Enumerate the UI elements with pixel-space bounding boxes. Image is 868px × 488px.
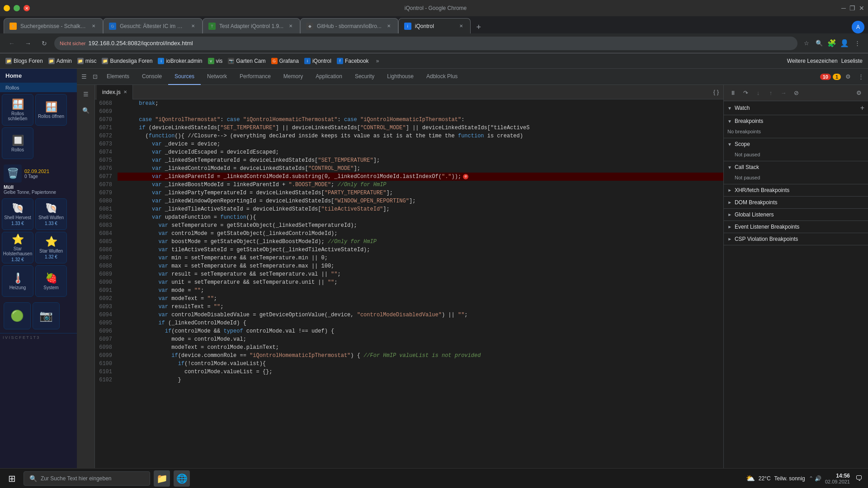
devtools-more-button[interactable]: ⋮ (855, 71, 866, 82)
sidebar-toggle-button[interactable]: ☰ (79, 71, 90, 82)
tab-security[interactable]: Security (349, 69, 381, 85)
browser-tab-1[interactable]: 5 Suchergebnisse - Schalke... ✕ (4, 18, 103, 33)
tab-elements[interactable]: Elements (100, 69, 136, 85)
pause-button[interactable]: ⏸ (727, 88, 738, 99)
step-out-button[interactable]: ↑ (765, 88, 776, 99)
line-number[interactable]: 6086 (95, 246, 118, 254)
line-number[interactable]: 6090 (95, 278, 118, 286)
bookmark-icon[interactable]: ☆ (801, 38, 812, 49)
devtools-settings-button[interactable]: ⚙ (843, 71, 854, 82)
item-star-holsterhausen[interactable]: ⭐ Star Holsterhausen 1.32 € (2, 232, 33, 263)
extensions-icon[interactable]: 🧩 (826, 38, 837, 49)
item-star-wulfen[interactable]: ⭐ Star Wulfen 1.32 € (35, 232, 67, 263)
line-number[interactable]: 6080 (95, 197, 118, 205)
close-button[interactable]: ✕ (24, 5, 30, 11)
line-number[interactable]: 6081 (95, 205, 118, 213)
code-content[interactable]: 6068 break;60696070 case "iQontrolThermo… (95, 99, 723, 471)
step-button[interactable]: → (778, 88, 789, 99)
step-over-button[interactable]: ↷ (740, 88, 751, 99)
item-shell-wulfen[interactable]: 🐚 Shell Wulfen 1.33 € (35, 198, 67, 230)
tile-rollos-schliessen[interactable]: 🪟 Rollos schließen (2, 94, 33, 126)
line-number[interactable]: 6100 (95, 360, 118, 368)
search-bar[interactable]: 🔍 Zur Suche Text hier eingeben (24, 471, 150, 486)
bookmark-blogs-foren[interactable]: 📁 Blogs Foren (5, 58, 43, 64)
tab-adblock[interactable]: Adblock Plus (420, 69, 464, 85)
item-shell-hervest[interactable]: 🐚 Shell Hervest 1.33 € (2, 198, 33, 230)
profile-button[interactable]: A (852, 21, 864, 33)
csp-violation-header[interactable]: ▼ CSP Violation Breakpoints (724, 233, 868, 245)
line-number[interactable]: 6070 (95, 116, 118, 124)
line-number[interactable]: 6101 (95, 368, 118, 376)
line-number[interactable]: 6075 (95, 156, 118, 164)
bookmark-admin[interactable]: 📁 Admin (48, 58, 72, 64)
watch-add-icon[interactable]: + (860, 104, 864, 112)
tab-memory[interactable]: Memory (277, 69, 309, 85)
browser-tab-2[interactable]: G Gesucht: Ältester IC im Fo... ✕ (103, 18, 203, 33)
bookmark-facebook[interactable]: f Facebook (337, 58, 369, 64)
format-button[interactable]: { } (711, 87, 722, 98)
bookmarks-more-button[interactable]: » (376, 58, 379, 64)
item-system[interactable]: 🍓 System (35, 265, 67, 297)
tab-lighthouse[interactable]: Lighthouse (381, 69, 420, 85)
tab-sources[interactable]: Sources (168, 69, 201, 85)
bookmark-misc[interactable]: 📁 misc (77, 58, 97, 64)
line-number[interactable]: 6091 (95, 286, 118, 295)
line-number[interactable]: 6073 (95, 140, 118, 148)
line-number[interactable]: 6069 (95, 108, 118, 116)
bookmark-iobroker[interactable]: i ioBroker.admin (158, 58, 202, 64)
browser-tab-5[interactable]: i iQontrol ✕ (398, 18, 471, 33)
line-number[interactable]: 6094 (95, 311, 118, 319)
bottom-icon-2[interactable]: 📷 (33, 302, 60, 329)
line-number[interactable]: 6077 (95, 173, 118, 181)
bookmark-vis[interactable]: v vis (208, 58, 223, 64)
debug-settings-button[interactable]: ⚙ (854, 88, 864, 99)
tile-rollos-oeffnen[interactable]: 🪟 Rollos öffnen (35, 94, 67, 126)
tab-close-4[interactable]: ✕ (385, 23, 392, 30)
start-button[interactable]: ⊞ (4, 470, 20, 487)
line-number[interactable]: 6093 (95, 303, 118, 311)
bookmark-bundesliga[interactable]: 📁 Bundesliga Foren (102, 58, 152, 64)
window-close-button[interactable]: ✕ (859, 5, 864, 12)
line-number[interactable]: 6079 (95, 189, 118, 197)
line-number[interactable]: 6078 (95, 181, 118, 189)
search-icon[interactable]: 🔍 (814, 38, 825, 49)
address-input-container[interactable]: Nicht sicher 192.168.0.254:8082/iqcontro… (54, 37, 797, 50)
scope-section-header[interactable]: ▼ Scope (724, 138, 868, 150)
line-number[interactable]: 6095 (95, 319, 118, 327)
window-minimize-button[interactable]: ─ (841, 5, 846, 12)
code-tab-index-js[interactable]: index.js ✕ (97, 85, 133, 99)
line-number[interactable]: 6085 (95, 238, 118, 246)
line-number[interactable]: 6087 (95, 254, 118, 262)
tab-close-2[interactable]: ✕ (189, 23, 197, 30)
line-number[interactable]: 6084 (95, 230, 118, 238)
sources-search-button[interactable]: 🔍 (79, 103, 93, 117)
line-number[interactable]: 6082 (95, 213, 118, 221)
browser-tab-4[interactable]: ◆ GitHub - sbormann/ioBro... ✕ (300, 18, 398, 33)
line-number[interactable]: 6097 (95, 335, 118, 343)
weitere-lesezeichen[interactable]: Weitere Lesezeichen (787, 58, 838, 64)
call-stack-section-header[interactable]: ▼ Call Stack (724, 161, 868, 173)
line-number[interactable]: 6072 (95, 132, 118, 140)
back-button[interactable]: ← (5, 37, 18, 50)
bookmark-iqontrol[interactable]: i iQontrol (304, 58, 331, 64)
line-number[interactable]: 6092 (95, 295, 118, 303)
forward-button[interactable]: → (22, 37, 34, 50)
line-number[interactable]: 6076 (95, 164, 118, 173)
watch-section-header[interactable]: ▼ Watch + (724, 101, 868, 115)
line-number[interactable]: 6071 (95, 124, 118, 132)
line-number[interactable]: 6099 (95, 352, 118, 360)
line-number[interactable]: 6074 (95, 148, 118, 156)
tab-close-5[interactable]: ✕ (458, 23, 465, 30)
taskbar-file-explorer[interactable]: 📁 (154, 470, 170, 487)
global-listeners-header[interactable]: ▼ Global Listeners (724, 209, 868, 221)
line-number[interactable]: 6096 (95, 327, 118, 335)
maximize-button[interactable] (14, 5, 20, 11)
line-number[interactable]: 6102 (95, 376, 118, 384)
tab-close-3[interactable]: ✕ (287, 23, 294, 30)
sources-nav-button[interactable]: ☰ (79, 87, 93, 101)
leseliste[interactable]: Leseliste (841, 58, 863, 64)
bookmark-grafana[interactable]: G Grafana (271, 58, 299, 64)
code-tab-close[interactable]: ✕ (123, 89, 127, 94)
line-number[interactable]: 6088 (95, 262, 118, 270)
reload-button[interactable]: ↻ (38, 37, 51, 50)
